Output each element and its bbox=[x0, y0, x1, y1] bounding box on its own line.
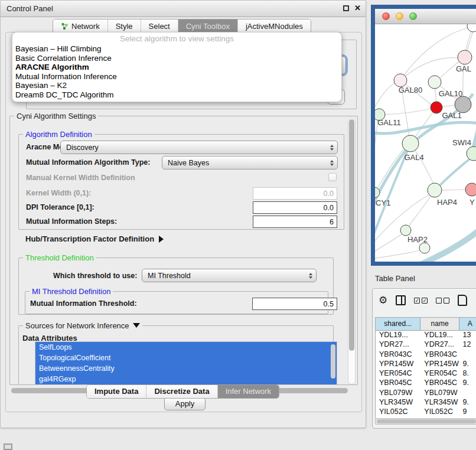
aracne-mode-combo[interactable]: Discovery bbox=[60, 141, 338, 154]
kernel-width-field[interactable] bbox=[253, 187, 337, 200]
hub-definition-toggle[interactable]: Hub/Transcription Factor Definition bbox=[25, 234, 164, 243]
bottom-tab-discretize-data[interactable]: Discretize Data bbox=[146, 385, 217, 398]
table-row[interactable]: YPR145WYPR145W9. bbox=[376, 360, 476, 369]
select-all-columns-icon[interactable]: ✓✓ bbox=[414, 298, 428, 304]
column-header-shared[interactable]: shared... bbox=[376, 318, 420, 330]
which-threshold-combo[interactable]: MI Threshold bbox=[142, 269, 317, 282]
collapse-arrow-icon bbox=[133, 323, 140, 328]
algorithm-option-basic-correlation-inference[interactable]: Basic Correlation Inference bbox=[12, 54, 341, 63]
split-columns-icon[interactable] bbox=[396, 295, 406, 305]
node-label-gal10: GAL10 bbox=[439, 89, 462, 98]
list-scrollbar-thumb[interactable] bbox=[331, 344, 335, 379]
stepper-arrows-icon bbox=[330, 160, 334, 166]
table-row[interactable]: YBR043CYBR043C bbox=[376, 350, 476, 360]
apply-button[interactable]: Apply bbox=[164, 397, 206, 410]
table-row[interactable]: YDL19...YDL19...13 bbox=[376, 331, 476, 340]
network-node-y[interactable] bbox=[465, 183, 476, 196]
attribute-item-topologicalcoefficient[interactable]: TopologicalCoefficient bbox=[35, 353, 337, 363]
mi-algorithm-type-combo[interactable]: Naive Bayes bbox=[162, 156, 338, 169]
column-header-name[interactable]: name bbox=[420, 318, 459, 330]
network-node[interactable] bbox=[419, 243, 430, 253]
attribute-item-gal4rgexp[interactable]: gal4RGexp bbox=[35, 374, 337, 384]
network-window-titlebar bbox=[375, 9, 476, 24]
network-node-gal[interactable] bbox=[458, 50, 472, 64]
node-label-gal11: GAL11 bbox=[377, 118, 401, 127]
mi-threshold-definition-group: MI Threshold Definition Mutual Informati… bbox=[25, 291, 328, 314]
table-horizontal-scrollbar[interactable] bbox=[375, 418, 476, 425]
node-label-gcy1: GCY1 bbox=[375, 198, 390, 207]
manual-kernel-width-checkbox[interactable] bbox=[328, 173, 337, 181]
gear-icon[interactable]: ⚙ bbox=[379, 295, 387, 305]
table-row[interactable]: YDR27...YDR27...12 bbox=[376, 340, 476, 350]
minimize-window-icon[interactable] bbox=[396, 12, 403, 20]
algorithm-option-aracne-algorithm[interactable]: ARACNE Algorithm bbox=[12, 63, 341, 72]
network-node[interactable] bbox=[467, 24, 476, 32]
node-table[interactable]: shared...nameA YDL19...YDL19...13YDR27..… bbox=[375, 317, 476, 418]
control-panel-titlebar: Control Panel ✕ bbox=[1, 1, 366, 17]
node-label-swi4: SWI4 bbox=[452, 138, 471, 147]
network-node-gal10[interactable] bbox=[428, 76, 441, 89]
float-window-icon[interactable] bbox=[343, 5, 349, 11]
node-label-gal80: GAL80 bbox=[399, 86, 422, 94]
data-attributes-list[interactable]: SelfLoopsTopologicalCoefficientBetweenne… bbox=[35, 341, 337, 385]
table-row[interactable]: YER054CYER054C8. bbox=[376, 369, 476, 379]
which-threshold-label: Which threshold to use: bbox=[53, 272, 137, 280]
threshold-definition-title: Threshold Definition bbox=[23, 253, 96, 262]
stepper-arrows-icon bbox=[330, 145, 334, 151]
algorithm-option-bayesian-k2[interactable]: Bayesian – K2 bbox=[12, 81, 341, 90]
network-node[interactable] bbox=[455, 96, 471, 113]
dock-panel-icon[interactable] bbox=[4, 444, 12, 450]
node-label-gal: GAL bbox=[456, 64, 471, 73]
bottom-tab-infer-network[interactable]: Infer Network bbox=[217, 385, 279, 398]
network-view-window: GALGAL80GAL10GAL1GAL11GAL4SWI4GCY1HAP4YH… bbox=[371, 5, 476, 266]
table-row[interactable]: YLR345WYLR345W9. bbox=[376, 398, 476, 407]
attribute-item-betweennesscentrality[interactable]: BetweennessCentrality bbox=[35, 363, 337, 374]
close-panel-icon[interactable]: ✕ bbox=[354, 5, 361, 12]
node-label-gal4: GAL4 bbox=[404, 153, 423, 162]
algorithm-option-dream8-dc-tdc-algorithm[interactable]: Dream8 DC_TDC Algorithm bbox=[12, 90, 341, 100]
expand-arrow-icon bbox=[159, 236, 164, 243]
network-node-hap2[interactable] bbox=[400, 225, 411, 236]
network-node-gal80[interactable] bbox=[394, 74, 407, 87]
settings-vertical-scrollbar[interactable] bbox=[348, 118, 356, 384]
network-icon bbox=[61, 22, 69, 30]
table-toolbar: ⚙ ✓✓ bbox=[379, 295, 467, 306]
stepper-arrows-icon bbox=[309, 273, 312, 279]
mi-algorithm-type-label: Mutual Information Algorithm Type: bbox=[26, 158, 150, 167]
document-icon[interactable] bbox=[458, 295, 467, 306]
manual-kernel-width-label: Manual Kernel Width Definition bbox=[26, 174, 135, 182]
algorithm-option-bayesian-hill-climbing[interactable]: Bayesian – Hill Climbing bbox=[12, 44, 341, 54]
table-row[interactable]: YBL079WYBL079W bbox=[376, 389, 476, 398]
algorithm-definition-title: Algorithm Definition bbox=[23, 130, 94, 139]
mi-threshold-field[interactable] bbox=[252, 298, 337, 310]
cyni-algorithm-settings-title: Cyni Algorithm Settings bbox=[14, 112, 98, 120]
control-panel-content: Select algorithm to view settings Bayesi… bbox=[5, 32, 362, 412]
network-node-swi4[interactable] bbox=[467, 146, 476, 161]
mi-threshold-label: Mutual Information Threshold: bbox=[30, 299, 137, 308]
network-canvas[interactable]: GALGAL80GAL10GAL1GAL11GAL4SWI4GCY1HAP4YH… bbox=[375, 24, 476, 262]
kernel-width-label: Kernel Width (0,1): bbox=[26, 189, 91, 197]
node-label-hap4: HAP4 bbox=[437, 198, 457, 207]
network-node-hap4[interactable] bbox=[428, 183, 442, 197]
close-window-icon[interactable] bbox=[382, 12, 390, 20]
dpi-tolerance-label: DPI Tolerance [0,1]: bbox=[26, 203, 94, 211]
network-node-gal1[interactable] bbox=[431, 102, 442, 113]
column-header-a[interactable]: A bbox=[459, 318, 476, 330]
control-panel-title: Control Panel bbox=[1, 4, 53, 13]
deselect-all-columns-icon[interactable] bbox=[436, 298, 449, 304]
mi-steps-label: Mutual Information Steps: bbox=[26, 217, 117, 226]
network-node-gcy1[interactable] bbox=[375, 187, 380, 198]
cyni-algorithm-settings-group: Cyni Algorithm Settings Algorithm Defini… bbox=[9, 116, 358, 385]
zoom-window-icon[interactable] bbox=[409, 12, 417, 20]
table-row[interactable]: YIL052CYIL052C9 bbox=[376, 407, 476, 417]
mi-steps-field[interactable] bbox=[253, 216, 337, 228]
algorithm-definition-group: Algorithm Definition Aracne Mode: Discov… bbox=[18, 134, 344, 230]
algorithm-option-mutual-information-inference[interactable]: Mutual Information Inference bbox=[12, 72, 341, 81]
sources-group-title[interactable]: Sources for Network Inference bbox=[23, 321, 142, 330]
mi-threshold-definition-title: MI Threshold Definition bbox=[30, 287, 113, 296]
dpi-tolerance-field[interactable] bbox=[253, 201, 337, 214]
bottom-tab-impute-data[interactable]: Impute Data bbox=[87, 385, 146, 398]
attribute-item-selfloops[interactable]: SelfLoops bbox=[35, 342, 337, 353]
network-node-gal4[interactable] bbox=[402, 135, 419, 152]
table-row[interactable]: YBR045CYBR045C9. bbox=[376, 379, 476, 388]
